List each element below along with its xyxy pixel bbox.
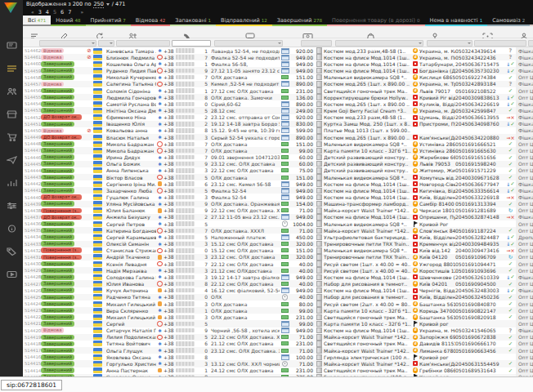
status-badge[interactable]: Повернення (з..	[41, 255, 82, 261]
payment-filter[interactable]	[301, 40, 332, 47]
stats-chart-icon[interactable]	[6, 178, 17, 187]
tracking-number[interactable]: 0501691313394	[455, 201, 505, 207]
page-button[interactable]: 6	[60, 9, 64, 16]
client-name[interactable]: Николай Кучеренко	[106, 74, 156, 81]
status-badge[interactable]: Завершений	[41, 168, 74, 174]
tracking-number[interactable]: 20400309838613	[455, 94, 505, 100]
tracking-number[interactable]: 0501692274384	[455, 74, 505, 81]
status-badge[interactable]: Завершений	[41, 281, 74, 287]
order-row[interactable]: 514461 Відмова ⊘ Близнюк Людмила .. +38 …	[23, 54, 533, 60]
order-row[interactable]: 514438 Повернення (з.. Юлия Баланюк +38 …	[23, 207, 533, 214]
status-badge[interactable]: Завершений	[41, 228, 74, 234]
client-name[interactable]: Надія Мерзаєва	[106, 267, 156, 274]
product-name[interactable]: Детский развивающий констру..	[324, 154, 411, 161]
tracking-number[interactable]	[455, 220, 505, 227]
tracking-number[interactable]: 0501691093696	[455, 267, 505, 274]
client-name[interactable]: Віктор Власов	[106, 174, 156, 180]
product-name[interactable]: Крем Goji Berry Facial Cream *3..	[324, 107, 411, 114]
order-row[interactable]: 514434 Завершений Сергей Карамышев ✱ +38…	[23, 234, 533, 240]
order-comment[interactable]: ОЛХ доставка. ХХХЛ	[208, 227, 280, 234]
client-name[interactable]: Юлия Баланюк	[106, 207, 156, 214]
product-name[interactable]: Рисуй светом (1шт. x 40.00 = 40..	[324, 267, 411, 274]
order-row[interactable]: 514462 Відмова ⊘ Каневська Тамара .. ✱ +…	[23, 47, 533, 54]
product-name[interactable]: Маленькая видеокамера SQ8 *..	[324, 174, 411, 180]
client-phone[interactable]: +38	[163, 174, 201, 180]
delivery-address[interactable]: Кривой Рог	[419, 220, 455, 227]
order-comment[interactable]: Серый 52-54 уехала с города	[208, 134, 280, 140]
product-name[interactable]: Маленькая видеокамера SQ8 *..	[324, 140, 411, 147]
client-name[interactable]: Михаил Гилецький	[106, 301, 156, 307]
order-row[interactable]: 514456 Завершений Соломія Сідоніна ✱ +38…	[23, 87, 533, 94]
order-comment[interactable]: 13.12 смс ОЛХ. ХХЛ чорний	[208, 360, 280, 367]
client-name[interactable]: Близнюк Людмила ..	[106, 54, 156, 60]
order-row[interactable]: 514416 Завершений Яковлева Оксана ✱ +38 …	[23, 354, 533, 360]
order-comment[interactable]: 09.01 звернення 10471203 04..	[208, 154, 280, 161]
delivery-address[interactable]: Коростишів 12..	[419, 267, 455, 274]
store-icon[interactable]	[6, 109, 17, 118]
status-badge[interactable]: Завершений	[41, 314, 74, 320]
order-comment[interactable]: ОЛХ доставка	[208, 147, 280, 154]
delivery-address[interactable]: Опришени, Пун..	[419, 214, 455, 220]
client-phone[interactable]: +38	[163, 234, 201, 240]
client-phone[interactable]: +38	[163, 187, 201, 194]
client-phone[interactable]: +38	[163, 74, 201, 81]
status-badge[interactable]: Відмова	[41, 82, 64, 87]
delivery-address[interactable]: Жеребкове 664..	[419, 154, 455, 161]
manager-filter[interactable]	[528, 40, 533, 47]
delivery-address[interactable]: Баштанка 56101	[419, 301, 455, 307]
delivery-address[interactable]: Шевченкове (Х..	[419, 274, 455, 280]
tracking-number[interactable]: 20450633226918	[455, 194, 505, 200]
page-button[interactable]: 5	[53, 9, 56, 16]
order-comment[interactable]: ОЛХ доставка	[208, 314, 280, 320]
delivery-address[interactable]: Чернігів, Віддін..	[419, 287, 455, 294]
last-page-button[interactable]: »	[80, 9, 83, 15]
status-badge[interactable]: Завершений	[41, 61, 74, 67]
order-comment[interactable]	[208, 220, 280, 227]
order-comment[interactable]: 21.12 смс ОЛХ доставка	[208, 341, 280, 347]
order-row[interactable]: 514436 Завершений Сергей Петров ✱ +38 5 …	[23, 220, 533, 227]
order-row[interactable]: 514459 Завершений Руденко Лидия Пав.. +3…	[23, 67, 533, 74]
client-phone[interactable]: +38	[163, 254, 201, 261]
client-phone[interactable]: +38	[163, 280, 201, 287]
product-name[interactable]: Набор для рисования в темнот..	[324, 294, 411, 301]
workspace-icon[interactable]	[6, 41, 17, 50]
order-comment[interactable]	[208, 320, 280, 327]
tracking-number[interactable]: 0501691187224	[455, 227, 505, 234]
delivery-address[interactable]: Баштанка 56101	[419, 314, 455, 320]
delivery-address[interactable]: Київ, Відділенн..	[419, 294, 455, 301]
tracking-number[interactable]: 20450631554459	[455, 360, 505, 367]
order-comment[interactable]: 28.12 смс	[208, 107, 280, 114]
client-phone[interactable]: +38	[163, 320, 201, 327]
client-filter[interactable]	[116, 40, 170, 47]
order-comment[interactable]: ОЛХ доставка. Оранжевая	[208, 201, 280, 207]
tracking-number[interactable]	[455, 354, 505, 360]
status-badge[interactable]: Завершений	[41, 175, 74, 180]
order-row[interactable]: 514417 Завершений Ольга Глущук ✱ +38 0 2…	[23, 347, 533, 354]
order-comment[interactable]: 24.12 смс ОЛХ доставка	[208, 368, 280, 374]
order-comment[interactable]: 27.12 смс ОЛХ доставка	[208, 87, 280, 94]
delivery-address[interactable]: Цумань, Віддін..	[419, 114, 455, 121]
client-name[interactable]: Соломія Сідоніна	[106, 87, 156, 94]
order-comment[interactable]: ОЛХ доставка	[208, 301, 280, 307]
delivery-address[interactable]: Кривой рог	[419, 354, 455, 360]
client-phone[interactable]: +38	[163, 127, 201, 134]
client-phone[interactable]: +38	[163, 134, 201, 140]
client-phone[interactable]: +38	[163, 114, 201, 121]
order-comment[interactable]: Наложенный платеж	[208, 234, 280, 240]
client-name[interactable]: Сергіенко Іріна Ми..	[106, 180, 156, 187]
delivery-address[interactable]: Устинівка 28600	[419, 147, 455, 154]
tracking-number[interactable]: 20450634220880	[455, 134, 505, 140]
delivery-address[interactable]: Украина, м. Но..	[419, 327, 455, 334]
tracking-number[interactable]	[455, 320, 505, 327]
status-tab[interactable]: Запаковані 1	[170, 16, 216, 26]
tracking-number[interactable]: 0501690822147	[455, 307, 505, 314]
client-name[interactable]: Ирина Дидух	[106, 154, 156, 161]
client-phone[interactable]: +38	[163, 194, 201, 200]
tag-icon[interactable]	[6, 247, 17, 256]
order-row[interactable]: 514452 ДО Возврат ок.. Єфименко Ніна ✱ +…	[23, 114, 533, 121]
client-phone[interactable]: +38	[163, 214, 201, 220]
status-badge[interactable]: Завершений	[41, 95, 74, 100]
status-badge[interactable]: Завершений	[41, 321, 74, 327]
order-row[interactable]: 514414 Завершений Анна Пастернак +38 1 2…	[23, 368, 533, 374]
client-name[interactable]: Ольга Глущук	[106, 347, 156, 354]
